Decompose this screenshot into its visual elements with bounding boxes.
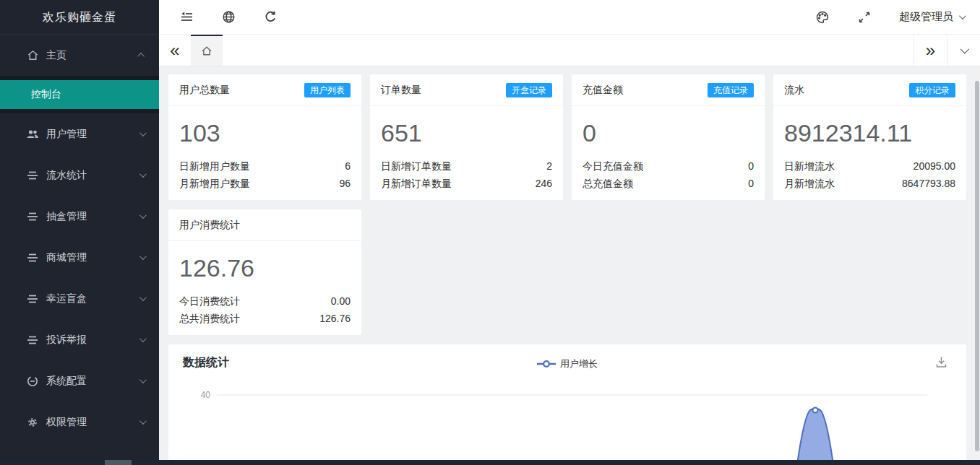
tabs-scroll-right-button[interactable]: »: [914, 35, 947, 66]
user-list-badge[interactable]: 用户列表: [304, 83, 351, 97]
globe-icon[interactable]: [221, 10, 236, 25]
sidebar-item-permissions[interactable]: 权限管理: [0, 401, 159, 443]
fullscreen-icon[interactable]: [857, 10, 872, 25]
sidebar-item-label: 商城管理: [46, 251, 139, 264]
tab-home[interactable]: [191, 35, 223, 66]
sidebar-item-label: 主页: [46, 49, 139, 62]
card-title: 订单数量: [381, 84, 421, 97]
tabbar: « »: [159, 35, 980, 66]
chevron-down-icon: [139, 212, 147, 219]
sidebar-item-label: 投诉举报: [46, 334, 139, 347]
sidebar-item-label: 用户管理: [46, 128, 139, 141]
stat-row: 总共消费统计 126.76: [179, 310, 351, 327]
sidebar-item-label: 系统配置: [46, 375, 139, 388]
stat-row: 今日充值金额 0: [583, 157, 754, 175]
points-records-badge[interactable]: 积分记录: [909, 83, 955, 97]
card-title: 流水: [784, 84, 804, 97]
stat-card-recharge: 充值金额 充值记录 0 今日充值金额 0 总充值金额 0: [572, 74, 765, 200]
stat-cards-row: 用户总数量 用户列表 103 日新增用户数量 6 月新增用户数量 96: [168, 74, 966, 200]
stat-card-flow: 流水 积分记录 8912314.11 日新增流水 20095.00 月新增流水 …: [773, 74, 966, 200]
consume-card-row: 用户消费统计 126.76 今日消费统计 0.00 总共消费统计 126.76: [168, 209, 966, 335]
sidebar-item-users[interactable]: 用户管理: [0, 113, 159, 155]
stat-row: 日新增用户数量 6: [179, 157, 351, 175]
stat-row: 日新增订单数量 2: [381, 157, 552, 175]
data-point-marker: [813, 408, 818, 413]
card-title: 用户总数量: [179, 84, 230, 97]
chevron-down-icon: [139, 294, 147, 301]
vertical-scrollbar: [974, 66, 980, 460]
sidebar-item-label: 流水统计: [46, 169, 139, 182]
chevron-down-icon: [139, 376, 147, 383]
sidebar: 欢乐购砸金蛋 主页 控制台 用户管理: [0, 0, 159, 465]
sidebar-item-lucky-box[interactable]: 幸运盲盒: [0, 278, 159, 319]
tabs-scroll-left-button[interactable]: «: [159, 35, 191, 66]
horizontal-scrollbar: [0, 460, 980, 465]
card-value: 0: [583, 119, 754, 147]
sidebar-item-system-config[interactable]: 系统配置: [0, 360, 159, 401]
list-icon: [26, 210, 39, 223]
sidebar-item-mall-manage[interactable]: 商城管理: [0, 237, 159, 278]
stat-card-users: 用户总数量 用户列表 103 日新增用户数量 6 月新增用户数量 96: [168, 74, 361, 200]
stat-row: 总充值金额 0: [583, 175, 754, 192]
sidebar-item-label: 权限管理: [46, 416, 139, 429]
topbar-left-icons: [159, 10, 278, 25]
recharge-records-badge[interactable]: 充值记录: [708, 83, 754, 97]
chart-title: 数据统计: [183, 355, 229, 370]
sidebar-item-home[interactable]: 主页: [0, 35, 159, 76]
topbar-right: 超级管理员: [815, 10, 980, 25]
stat-row: 月新增用户数量 96: [179, 175, 351, 192]
chevron-down-icon: [139, 253, 147, 260]
card-value: 126.76: [179, 254, 351, 282]
user-name: 超级管理员: [899, 10, 953, 24]
settings-icon: [26, 375, 39, 388]
stat-row: 日新增流水 20095.00: [784, 157, 955, 175]
open-box-records-badge[interactable]: 开盒记录: [506, 83, 552, 97]
app-title: 欢乐购砸金蛋: [0, 0, 159, 35]
gear-icon: [26, 416, 39, 429]
card-value: 8912314.11: [784, 119, 955, 147]
consume-stat-card: 用户消费统计 126.76 今日消费统计 0.00 总共消费统计 126.76: [168, 209, 361, 335]
refresh-icon[interactable]: [263, 10, 278, 25]
collapse-menu-icon[interactable]: [179, 10, 194, 25]
stat-row: 今日消费统计 0.00: [179, 292, 351, 310]
list-icon: [26, 334, 39, 347]
horizontal-scrollbar-thumb[interactable]: [105, 460, 132, 465]
sidebar-item-complaints[interactable]: 投诉举报: [0, 319, 159, 360]
chevron-down-icon: [960, 45, 970, 54]
stat-row: 月新增订单数量 246: [381, 175, 552, 192]
card-title: 充值金额: [583, 84, 623, 97]
users-icon: [26, 128, 39, 141]
main-content: 用户总数量 用户列表 103 日新增用户数量 6 月新增用户数量 96: [159, 66, 974, 465]
stat-card-orders: 订单数量 开盒记录 651 日新增订单数量 2 月新增订单数量 246: [370, 74, 563, 200]
download-chart-icon[interactable]: [935, 356, 947, 368]
legend-label: 用户增长: [560, 357, 598, 370]
app-root: 欢乐购砸金蛋 主页 控制台 用户管理: [0, 0, 980, 465]
legend-line-icon: [537, 360, 556, 368]
chevron-down-icon: [139, 170, 147, 178]
tabs-menu-button[interactable]: [947, 35, 980, 66]
chevron-down-icon: [139, 417, 147, 425]
chevron-down-icon: [139, 129, 147, 136]
sidebar-item-console[interactable]: 控制台: [0, 80, 159, 109]
tabbar-spacer: [223, 35, 914, 66]
y-axis-tick-label: 40: [201, 390, 211, 400]
card-value: 651: [381, 119, 552, 147]
home-icon: [26, 49, 39, 62]
sidebar-item-box-manage[interactable]: 抽盒管理: [0, 196, 159, 237]
legend-item-user-growth[interactable]: 用户增长: [537, 357, 598, 370]
stat-row: 月新增流水 8647793.88: [784, 175, 955, 192]
card-title: 用户消费统计: [179, 219, 240, 232]
sidebar-submenu-home: 控制台: [0, 76, 159, 113]
sidebar-item-flow-stats[interactable]: 流水统计: [0, 155, 159, 196]
home-icon: [200, 45, 213, 58]
topbar: 超级管理员: [159, 0, 980, 35]
sidebar-item-label: 幸运盲盒: [46, 292, 139, 305]
list-icon: [26, 251, 39, 264]
card-value: 103: [179, 119, 351, 147]
palette-icon[interactable]: [815, 10, 830, 25]
sidebar-item-label: 抽盒管理: [46, 210, 139, 223]
user-menu[interactable]: 超级管理员: [899, 10, 964, 24]
list-icon: [26, 292, 39, 305]
data-statistics-chart-card: 40 数据统计 用户增长: [168, 344, 966, 465]
vertical-scrollbar-thumb[interactable]: [975, 81, 979, 451]
